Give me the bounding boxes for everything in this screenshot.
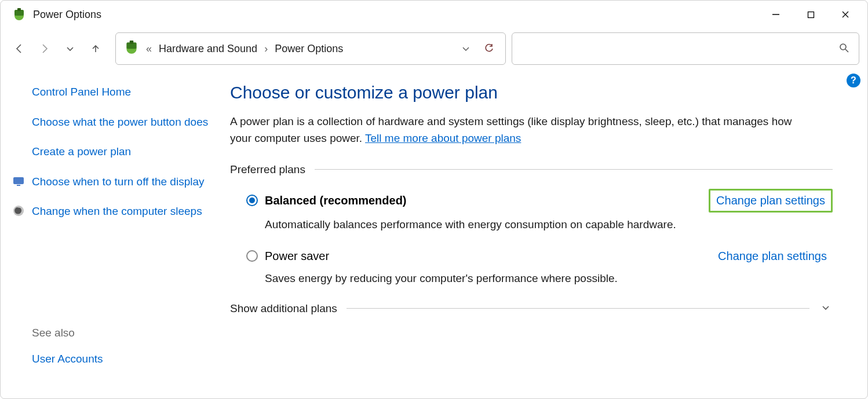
breadcrumb-ellipsis[interactable]: « [146, 43, 152, 55]
breadcrumb-separator: › [264, 43, 268, 55]
titlebar: Power Options [1, 1, 867, 28]
chevron-down-icon[interactable] [819, 300, 833, 317]
close-button[interactable] [828, 3, 863, 26]
svg-point-10 [840, 44, 846, 50]
address-dropdown[interactable] [458, 41, 474, 57]
svg-rect-4 [808, 12, 814, 17]
up-button[interactable] [85, 38, 106, 59]
breadcrumb-item[interactable]: Hardware and Sound [159, 43, 257, 55]
search-box[interactable] [512, 32, 859, 65]
see-also-label: See also [32, 327, 209, 339]
control-panel-home-link[interactable]: Control Panel Home [32, 84, 209, 100]
plan-description: Saves energy by reducing your computer's… [265, 272, 833, 285]
sidebar-link[interactable]: Choose when to turn off the display [32, 174, 209, 190]
content-area: ? Control Panel Home Choose what the pow… [1, 69, 867, 398]
sidebar-link[interactable]: User Accounts [32, 351, 209, 367]
main-pane: Choose or customize a power plan A power… [221, 69, 867, 398]
page-heading: Choose or customize a power plan [230, 83, 833, 103]
power-plan: Balanced (recommended) Change plan setti… [246, 189, 833, 231]
sidebar-link[interactable]: Choose what the power button does [32, 114, 209, 130]
preferred-plans-header: Preferred plans [230, 163, 833, 176]
breadcrumb-item[interactable]: Power Options [275, 43, 343, 55]
svg-rect-13 [17, 185, 20, 186]
search-input[interactable] [521, 43, 839, 54]
window-title: Power Options [33, 9, 758, 21]
search-icon[interactable] [839, 43, 849, 55]
back-button[interactable] [9, 38, 30, 59]
power-options-icon [12, 8, 26, 21]
sidebar: Control Panel Home Choose what the power… [1, 69, 221, 398]
plan-radio-balanced[interactable] [246, 195, 258, 206]
help-button[interactable]: ? [847, 74, 860, 87]
plan-radio-power-saver[interactable] [246, 250, 258, 262]
display-off-icon [12, 175, 25, 188]
plan-description: Automatically balances performance with … [265, 218, 833, 231]
recent-dropdown[interactable] [60, 38, 81, 59]
additional-plans-header[interactable]: Show additional plans [230, 300, 833, 317]
svg-rect-12 [13, 177, 24, 184]
svg-rect-9 [130, 41, 134, 43]
plan-name[interactable]: Balanced (recommended) [265, 194, 407, 207]
maximize-button[interactable] [793, 3, 828, 26]
sleep-icon [12, 204, 25, 217]
plan-name[interactable]: Power saver [265, 250, 329, 263]
minimize-button[interactable] [758, 3, 793, 26]
power-options-icon [124, 40, 139, 58]
refresh-button[interactable] [481, 41, 497, 57]
change-plan-settings-link[interactable]: Change plan settings [712, 246, 833, 266]
forward-button[interactable] [34, 38, 55, 59]
change-plan-settings-link[interactable]: Change plan settings [709, 189, 833, 213]
nav-buttons [9, 38, 110, 59]
window-controls [758, 3, 863, 26]
sidebar-link[interactable]: Change when the computer sleeps [32, 203, 209, 219]
svg-line-11 [845, 49, 848, 52]
power-plan: Power saver Change plan settings Saves e… [246, 246, 833, 285]
toolbar: « Hardware and Sound › Power Options [1, 28, 867, 69]
address-bar[interactable]: « Hardware and Sound › Power Options [115, 32, 506, 65]
learn-more-link[interactable]: Tell me more about power plans [365, 132, 521, 144]
svg-rect-2 [17, 8, 21, 11]
sidebar-link[interactable]: Create a power plan [32, 144, 209, 160]
page-description: A power plan is a collection of hardware… [230, 113, 815, 147]
